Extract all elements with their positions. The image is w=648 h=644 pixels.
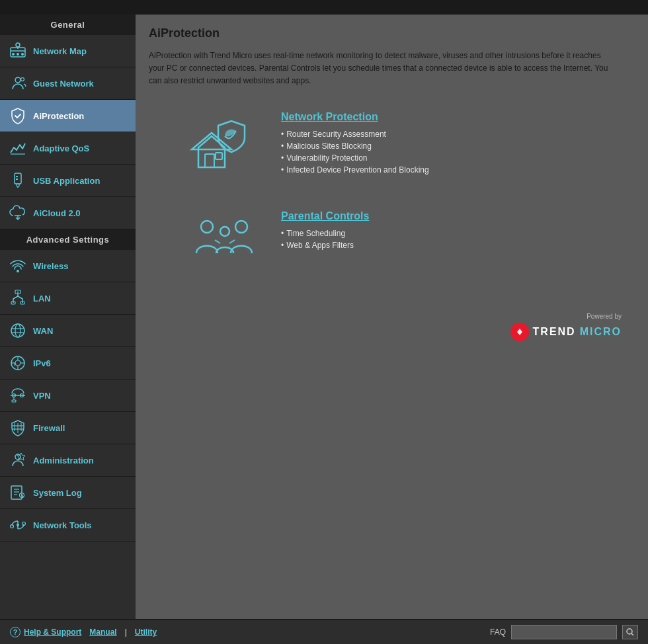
svg-point-7	[15, 77, 20, 83]
np-list-item-2: Malicious Sites Blocking	[281, 141, 429, 151]
sidebar-item-aicloud[interactable]: AiCloud 2.0	[0, 197, 136, 229]
sidebar-item-network-tools[interactable]: Network Tools	[0, 509, 136, 542]
trend-micro-text2: MICRO	[580, 326, 622, 338]
trend-micro-circle-icon	[510, 323, 529, 341]
pc-list-item-1: Time Scheduling	[281, 229, 369, 238]
sidebar-item-system-log[interactable]: System Log	[0, 477, 136, 509]
top-bar	[0, 0, 648, 15]
pc-list-item-2: Web & Apps Filters	[281, 241, 369, 250]
sidebar-item-vpn-label: VPN	[33, 391, 51, 401]
svg-point-2	[16, 43, 20, 47]
sidebar-item-lan[interactable]: LAN	[0, 282, 136, 315]
svg-point-20	[11, 324, 24, 337]
svg-point-54	[201, 221, 213, 233]
svg-point-60	[627, 629, 632, 634]
parental-controls-section: Parental Controls Time Scheduling Web & …	[188, 207, 635, 280]
np-list-item-4: Infected Device Prevention and Blocking	[281, 165, 429, 175]
link-separator: |	[125, 627, 127, 637]
sidebar-item-firewall-label: Firewall	[33, 423, 65, 433]
faq-search-button[interactable]	[622, 625, 638, 639]
help-support-section: ? Help & Support	[10, 627, 81, 637]
svg-point-16	[17, 270, 19, 272]
sidebar-item-aicloud-label: AiCloud 2.0	[33, 208, 81, 218]
faq-search-input[interactable]	[511, 625, 617, 639]
svg-point-4	[12, 53, 15, 56]
svg-rect-13	[16, 176, 18, 177]
vpn-icon	[8, 386, 28, 405]
svg-line-58	[229, 240, 235, 243]
network-protection-list: Router Security Assessment Malicious Sit…	[281, 130, 429, 175]
manual-link[interactable]: Manual	[89, 627, 116, 637]
utility-link[interactable]: Utility	[135, 627, 157, 637]
sidebar-item-wireless-label: Wireless	[33, 261, 68, 271]
sidebar-item-wireless[interactable]: Wireless	[0, 250, 136, 282]
firewall-icon	[8, 419, 28, 437]
sidebar-item-guest-network[interactable]: Guest Network	[0, 67, 136, 100]
svg-text:6: 6	[14, 362, 16, 366]
parental-controls-content: Parental Controls Time Scheduling Web & …	[281, 207, 369, 253]
sidebar-item-wan[interactable]: WAN	[0, 315, 136, 347]
faq-label: FAQ	[490, 627, 506, 637]
wireless-icon	[8, 257, 28, 275]
parental-controls-icon	[188, 207, 261, 280]
parental-controls-list: Time Scheduling Web & Apps Filters	[281, 229, 369, 250]
svg-rect-34	[12, 400, 16, 402]
powered-by-section: Powered by TREND MICRO	[149, 306, 635, 348]
content-inner: AiProtection AiProtection with Trend Mic…	[136, 15, 648, 619]
sidebar: General Network Map	[0, 15, 136, 619]
usb-application-icon	[8, 171, 28, 190]
np-list-item-1: Router Security Assessment	[281, 130, 429, 139]
parental-controls-title[interactable]: Parental Controls	[281, 210, 369, 222]
guest-network-icon	[8, 74, 28, 93]
svg-point-55	[220, 227, 229, 236]
sidebar-item-adaptive-qos[interactable]: Adaptive QoS	[0, 132, 136, 165]
sidebar-item-system-log-label: System Log	[33, 488, 82, 498]
sidebar-item-lan-label: LAN	[33, 294, 51, 303]
aicloud-icon	[8, 204, 28, 222]
svg-line-57	[215, 240, 220, 243]
system-log-icon	[8, 483, 28, 502]
sidebar-item-adaptive-qos-label: Adaptive QoS	[33, 143, 89, 153]
sidebar-item-guest-network-label: Guest Network	[33, 79, 94, 89]
sidebar-item-network-map[interactable]: Network Map	[0, 35, 136, 67]
wan-icon	[8, 321, 28, 340]
ipv6-icon: 6	[8, 354, 28, 372]
faq-section: FAQ	[490, 625, 638, 639]
page-title: AiProtection	[149, 26, 635, 40]
help-icon: ?	[10, 627, 20, 637]
network-protection-title[interactable]: Network Protection	[281, 111, 429, 123]
sidebar-item-aiprotection[interactable]: AiProtection	[0, 100, 136, 132]
svg-line-61	[631, 633, 633, 635]
svg-rect-10	[15, 173, 21, 184]
svg-point-56	[235, 221, 247, 233]
lan-icon	[8, 289, 28, 307]
svg-point-25	[15, 360, 20, 366]
sidebar-item-administration[interactable]: Administration	[0, 444, 136, 477]
network-protection-section: Network Protection Router Security Asses…	[188, 108, 635, 181]
sidebar-item-usb-application-label: USB Application	[33, 176, 100, 186]
general-section-label: General	[0, 15, 136, 35]
sidebar-item-administration-label: Administration	[33, 456, 94, 465]
sidebar-item-network-map-label: Network Map	[33, 46, 87, 56]
sidebar-item-firewall[interactable]: Firewall	[0, 412, 136, 444]
sidebar-item-ipv6[interactable]: 6 IPv6	[0, 347, 136, 380]
network-protection-icon	[188, 108, 261, 181]
sidebar-item-wan-label: WAN	[33, 326, 53, 336]
page-description: AiProtection with Trend Micro uses real-…	[149, 50, 612, 88]
adaptive-qos-icon	[8, 139, 28, 157]
svg-point-40	[15, 454, 20, 460]
np-list-item-3: Vulnerability Protection	[281, 153, 429, 163]
help-support-link[interactable]: Help & Support	[24, 627, 81, 637]
aiprotection-icon	[8, 106, 28, 125]
svg-rect-14	[16, 179, 18, 180]
network-protection-content: Network Protection Router Security Asses…	[281, 108, 429, 177]
trend-micro-text: TREND	[533, 326, 576, 338]
sidebar-item-usb-application[interactable]: USB Application	[0, 165, 136, 197]
content-area: AiProtection AiProtection with Trend Mic…	[136, 15, 648, 619]
svg-point-49	[17, 524, 19, 526]
sidebar-item-vpn[interactable]: VPN	[0, 380, 136, 412]
svg-point-21	[15, 324, 20, 337]
sidebar-item-ipv6-label: IPv6	[33, 358, 51, 368]
administration-icon	[8, 451, 28, 469]
svg-point-6	[21, 53, 24, 56]
